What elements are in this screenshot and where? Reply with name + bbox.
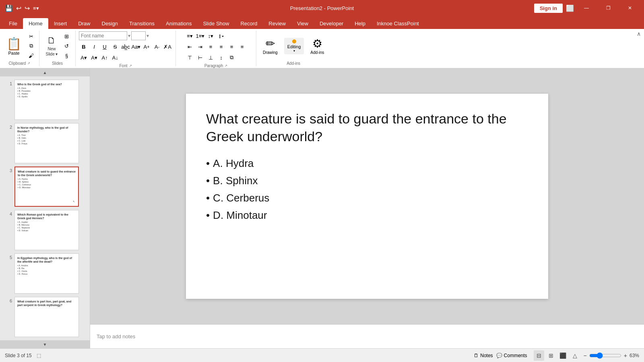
tab-animations[interactable]: Animations	[160, 18, 197, 29]
tab-review[interactable]: Review	[263, 18, 291, 29]
sign-in-button[interactable]: Sign in	[534, 4, 563, 13]
zoom-slider[interactable]	[589, 352, 621, 359]
notes-input-area[interactable]: Tap to add notes	[90, 324, 644, 348]
para-row3: ⊤ ⊢ ⊥ ↕ ⧉	[185, 53, 247, 62]
tab-draw[interactable]: Draw	[72, 18, 96, 29]
slide-thumb-6[interactable]: What creature is part lion, part goat, a…	[14, 297, 79, 337]
scroll-up-button[interactable]: ▲	[0, 68, 90, 76]
align-top-button[interactable]: ⊤	[185, 53, 195, 62]
slide-number-4: 4	[6, 212, 12, 216]
section-button[interactable]: §	[62, 51, 72, 60]
slide-sorter-button[interactable]: ⊞	[546, 350, 556, 361]
increase-indent-button[interactable]: ⇥	[196, 42, 205, 51]
slide-thumb-5[interactable]: In Egyptian mythology, who is the god of…	[14, 253, 79, 294]
presenter-view-button[interactable]: △	[570, 350, 580, 361]
tab-inknoe[interactable]: Inknoe ClassPoint	[371, 18, 425, 29]
numbering-button[interactable]: 1≡▾	[196, 31, 205, 40]
save-icon[interactable]: 💾	[5, 4, 13, 12]
tab-home[interactable]: Home	[23, 18, 48, 29]
align-middle-button[interactable]: ⊢	[196, 53, 205, 62]
tab-design[interactable]: Design	[96, 18, 124, 29]
undo-icon[interactable]: ↩	[16, 4, 21, 12]
editing-button[interactable]: Editing ▾	[284, 38, 304, 54]
slide5-opt2: • B. Ra	[17, 267, 76, 269]
clear-format-button[interactable]: ✗A	[163, 42, 172, 51]
minimize-button[interactable]: —	[577, 2, 596, 14]
layout-button[interactable]: ⊞	[62, 32, 72, 41]
slide-canvas[interactable]: What creature is said to guard the entra…	[186, 94, 548, 299]
ribbon-toggle-icon[interactable]: ⬜	[566, 4, 574, 12]
title-bar-right: Sign in ⬜ — ❐ ✕	[534, 2, 639, 14]
slide-thumb-2[interactable]: In Norse mythology, who is the god of th…	[14, 123, 79, 163]
font-highlight-button[interactable]: A▾	[89, 53, 99, 62]
font-label[interactable]: Font ↗	[119, 63, 132, 68]
superscript-button[interactable]: A+	[142, 42, 151, 51]
font-color-button[interactable]: A▾	[79, 53, 89, 62]
align-right-button[interactable]: ≡	[227, 42, 237, 51]
text-direction-button[interactable]: ↕	[217, 53, 226, 62]
line-spacing-button[interactable]: ↕▾	[206, 31, 216, 40]
align-center-button[interactable]: ≡	[217, 42, 226, 51]
add-ins-group-label[interactable]: Add-ins	[287, 60, 300, 66]
tab-developer[interactable]: Developer	[314, 18, 349, 29]
zoom-out-icon[interactable]: −	[584, 352, 587, 359]
bold-button[interactable]: B	[79, 42, 89, 51]
char-spacing-button[interactable]: ab̲c	[121, 42, 130, 51]
slide-thumb-3[interactable]: What creature is said to guard the entra…	[14, 167, 79, 207]
slide1-opt3: • C. Hades	[17, 93, 76, 95]
smart-art-button[interactable]: ⧉	[227, 53, 237, 62]
reading-view-button[interactable]: ⬛	[558, 350, 568, 361]
align-left-button[interactable]: ≡	[206, 42, 216, 51]
justify-button[interactable]: ≡	[237, 42, 247, 51]
font-size-increase-button[interactable]: A↑	[100, 53, 109, 62]
copy-button[interactable]: ⧉	[26, 41, 36, 50]
zoom-level[interactable]: 63%	[630, 353, 639, 358]
tab-record[interactable]: Record	[235, 18, 263, 29]
tab-transitions[interactable]: Transitions	[124, 18, 160, 29]
slide-scroll[interactable]: 1 Who is the Greek god of the sea? • A. …	[0, 76, 90, 340]
tab-insert[interactable]: Insert	[48, 18, 73, 29]
paragraph-label[interactable]: Paragraph ↗	[204, 63, 228, 68]
slide-canvas-area: What creature is said to guard the entra…	[90, 68, 644, 324]
slides-label[interactable]: Slides	[52, 60, 63, 66]
clipboard-label[interactable]: Clipboard ↗	[9, 60, 31, 66]
underline-button[interactable]: U	[100, 42, 109, 51]
slide-thumb-4[interactable]: Which Roman god is equivalent to the Gre…	[14, 210, 79, 250]
new-slide-button[interactable]: 🗋 New Slide ▾	[43, 34, 60, 58]
comments-button[interactable]: 💬 Comments	[496, 353, 527, 358]
tab-file[interactable]: File	[3, 18, 23, 29]
ribbon-collapse-button[interactable]: ∧	[637, 31, 641, 37]
bullets-button[interactable]: ≡▾	[185, 31, 195, 40]
reset-button[interactable]: ↺	[62, 41, 72, 50]
normal-view-button[interactable]: ⊟	[534, 350, 544, 361]
align-bottom-button[interactable]: ⊥	[206, 53, 216, 62]
columns-button[interactable]: ⫿▾	[217, 31, 226, 40]
redo-icon[interactable]: ↪	[25, 4, 30, 12]
italic-button[interactable]: I	[89, 42, 99, 51]
accessibility-button[interactable]: ⬚	[37, 353, 41, 358]
font-family-input[interactable]	[79, 31, 127, 40]
text-case-button[interactable]: Aa▾	[131, 42, 141, 51]
format-painter-button[interactable]: 🖌	[26, 51, 36, 60]
tab-view[interactable]: View	[291, 18, 314, 29]
tab-help[interactable]: Help	[349, 18, 371, 29]
drawing-button[interactable]: ✏ Drawing	[260, 35, 281, 56]
slide-thumb-1[interactable]: Who is the Greek god of the sea? • A. Ze…	[14, 80, 79, 120]
notes-button[interactable]: 🗒 Notes	[474, 353, 493, 358]
cut-button[interactable]: ✂	[26, 32, 36, 41]
decrease-indent-button[interactable]: ⇤	[185, 42, 195, 51]
customize-icon[interactable]: ≡▾	[33, 5, 39, 11]
slide4-opt2: • B. Mercury	[17, 224, 76, 226]
tab-slideshow[interactable]: Slide Show	[197, 18, 235, 29]
font-size-decrease-button[interactable]: A↓	[110, 53, 120, 62]
font-size-input[interactable]	[131, 31, 146, 40]
slide2-opt3: • C. Loki	[17, 140, 76, 142]
close-button[interactable]: ✕	[621, 2, 639, 14]
restore-button[interactable]: ❐	[599, 2, 617, 14]
subscript-button[interactable]: A-	[152, 42, 162, 51]
paste-button[interactable]: 📋 Paste	[3, 35, 25, 57]
zoom-in-icon[interactable]: +	[624, 352, 627, 359]
add-ins-button[interactable]: ⚙ Add-ins	[307, 35, 327, 56]
scroll-down-button[interactable]: ▼	[0, 340, 90, 348]
strikethrough-button[interactable]: S	[110, 42, 120, 51]
